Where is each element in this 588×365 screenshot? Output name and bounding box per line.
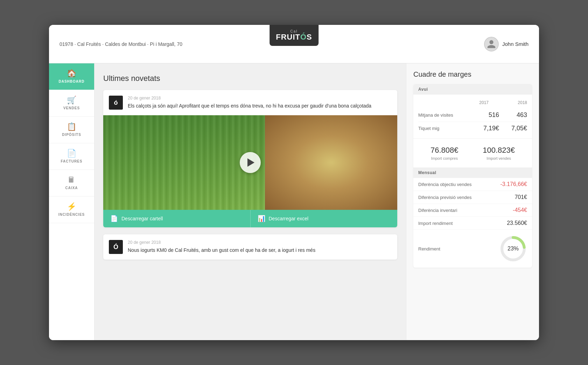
sidebar-item-diposits[interactable]: 📋 DIPÒSITS [49, 117, 94, 143]
vendes-icon: 🛒 [67, 96, 77, 104]
sidebar: 🏠 DASHBOARD 🛒 VENDES 📋 DIPÒSITS 📄 FACTUR… [49, 63, 94, 340]
rendiment-import-label: Import rendiment [418, 221, 507, 226]
video-area[interactable] [103, 115, 397, 210]
excel-icon: 📊 [258, 215, 265, 222]
marges-col-headers: 2017 2018 [418, 98, 527, 107]
visites-val-2018: 463 [499, 111, 527, 119]
novetats-title: Ultimes novetats [103, 74, 397, 83]
objectiu-val: -3.176,66€ [500, 181, 527, 187]
col-header-2018: 2018 [499, 100, 527, 105]
marges-big-values: 76.808€ Import compres 100.823€ Import v… [413, 138, 532, 167]
diposits-icon: 📋 [67, 123, 77, 131]
marges-avui-table: 2017 2018 Mitjana de visites 516 463 Tiq… [413, 95, 532, 138]
user-avatar-icon [486, 39, 496, 49]
body: 🏠 DASHBOARD 🛒 VENDES 📋 DIPÒSITS 📄 FACTUR… [49, 63, 539, 340]
import-compres-label: Import compres [430, 156, 458, 160]
download-cartell-label: Descarregar cartell [121, 216, 163, 221]
play-button[interactable] [240, 152, 261, 173]
news-icon-2: Ó [109, 240, 123, 254]
sidebar-label-vendes: VENDES [63, 106, 80, 110]
prevision-label: Diferència previsió vendes [418, 195, 514, 200]
factures-icon: 📄 [67, 150, 77, 157]
marges-row-visites: Mitjana de visites 516 463 [418, 109, 527, 122]
header-address: 01978 · Cal Fruités · Caldes de Montbui … [59, 41, 182, 47]
logo-fruitos-text: FRUITÓS [276, 33, 312, 41]
news-header-1: ó 20 de gener 2018 Els calçots ja són aq… [103, 90, 397, 115]
news-header-2: Ó 20 de gener 2018 Nous iogurts KM0 de C… [103, 234, 397, 260]
rendiment-import-val: 23.560€ [507, 220, 527, 226]
import-vendes-label: Import vendes [483, 156, 515, 160]
news-date-2: 20 de gener 2018 [128, 240, 392, 245]
left-panel: Ultimes novetats ó 20 de gener 2018 Els … [94, 63, 406, 340]
import-compres-val: 76.808€ [430, 146, 458, 155]
rendiment-label: Rendiment [418, 246, 493, 252]
pdf-icon: 📄 [110, 215, 118, 222]
soup-image [265, 115, 397, 210]
prevision-val: 701€ [514, 194, 527, 200]
row-objectiu: Diferència objectiu vendes -3.176,66€ [413, 178, 532, 191]
video-right-half [265, 115, 397, 210]
inventari-val: -454€ [513, 207, 527, 213]
sidebar-item-caixa[interactable]: 🖩 CAIXA [49, 170, 94, 197]
import-vendes-val: 100.823€ [483, 146, 515, 155]
download-bar: 📄 Descarregar cartell 📊 Descarregar exce… [103, 210, 397, 227]
row-prevision: Diferència previsió vendes 701€ [413, 191, 532, 204]
marges-row-tiquet: Tiquet mig 7,19€ 7,05€ [418, 122, 527, 135]
sidebar-item-incidencies[interactable]: ⚡ INCIDÈNCIES [49, 197, 94, 223]
header-logo: Cal FRUITÓS [270, 25, 318, 46]
header: 01978 · Cal Fruités · Caldes de Montbui … [49, 25, 539, 63]
news-date-1: 20 de gener 2018 [128, 96, 392, 101]
dashboard-icon: 🏠 [67, 70, 77, 77]
avatar [484, 37, 499, 51]
news-text-1: 20 de gener 2018 Els calçots ja són aquí… [128, 96, 392, 110]
sidebar-item-vendes[interactable]: 🛒 VENDES [49, 90, 94, 117]
sidebar-label-caixa: CAIXA [65, 186, 78, 190]
marges-title: Cuadre de marges [413, 70, 532, 78]
sidebar-item-dashboard[interactable]: 🏠 DASHBOARD [49, 63, 94, 90]
visites-val-2017: 516 [471, 111, 499, 119]
objectiu-label: Diferència objectiu vendes [418, 182, 500, 187]
news-text-2: 20 de gener 2018 Nous iogurts KM0 de Cal… [128, 240, 392, 254]
news-title-1: Els calçots ja són aquí! Aprofitant que … [128, 102, 392, 110]
sidebar-label-incidencies: INCIDÈNCIES [58, 213, 85, 216]
caixa-icon: 🖩 [68, 176, 76, 184]
main-content: Ultimes novetats ó 20 de gener 2018 Els … [94, 63, 539, 340]
tiquet-val-2018: 7,05€ [499, 125, 527, 132]
download-cartell-button[interactable]: 📄 Descarregar cartell [103, 210, 250, 227]
header-user[interactable]: John Smith [484, 37, 528, 51]
rendiment-section: Rendiment 23% [413, 230, 532, 268]
news-icon-1: ó [109, 96, 123, 110]
col-header-2017: 2017 [461, 100, 489, 105]
download-excel-label: Descarregar excel [269, 216, 309, 221]
import-compres-block: 76.808€ Import compres [430, 146, 458, 160]
news-card-1: ó 20 de gener 2018 Els calçots ja són aq… [103, 90, 397, 227]
sidebar-label-dashboard: DASHBOARD [59, 80, 85, 83]
row-inventari: Diferència inventari -454€ [413, 204, 532, 217]
import-vendes-block: 100.823€ Import vendes [483, 146, 515, 160]
right-panel: Cuadre de marges Avui 2017 2018 Mitjana … [406, 63, 539, 340]
marges-avui-header: Avui [413, 84, 532, 95]
news-title-2: Nous iogurts KM0 de Cal Fruités, amb un … [128, 247, 392, 254]
news-card-2: Ó 20 de gener 2018 Nous iogurts KM0 de C… [103, 234, 397, 260]
inventari-label: Diferència inventari [418, 208, 513, 213]
marges-box: Avui 2017 2018 Mitjana de visites 516 46… [413, 84, 532, 268]
tiquet-label: Tiquet mig [418, 126, 471, 131]
user-name: John Smith [502, 41, 528, 47]
marges-mensual-header: Mensual [413, 167, 532, 178]
sidebar-item-factures[interactable]: 📄 FACTURES [49, 143, 94, 170]
rendiment-pct: 23% [507, 246, 519, 252]
visites-label: Mitjana de visites [418, 112, 471, 118]
row-rendiment-import: Import rendiment 23.560€ [413, 217, 532, 230]
app-frame: 01978 · Cal Fruités · Caldes de Montbui … [49, 25, 539, 340]
tiquet-val-2017: 7,19€ [471, 125, 499, 132]
incidencies-icon: ⚡ [67, 203, 77, 211]
download-excel-button[interactable]: 📊 Descarregar excel [250, 210, 398, 227]
sidebar-label-diposits: DIPÒSITS [62, 133, 81, 137]
sidebar-label-factures: FACTURES [61, 159, 83, 163]
rendiment-donut: 23% [499, 235, 527, 263]
